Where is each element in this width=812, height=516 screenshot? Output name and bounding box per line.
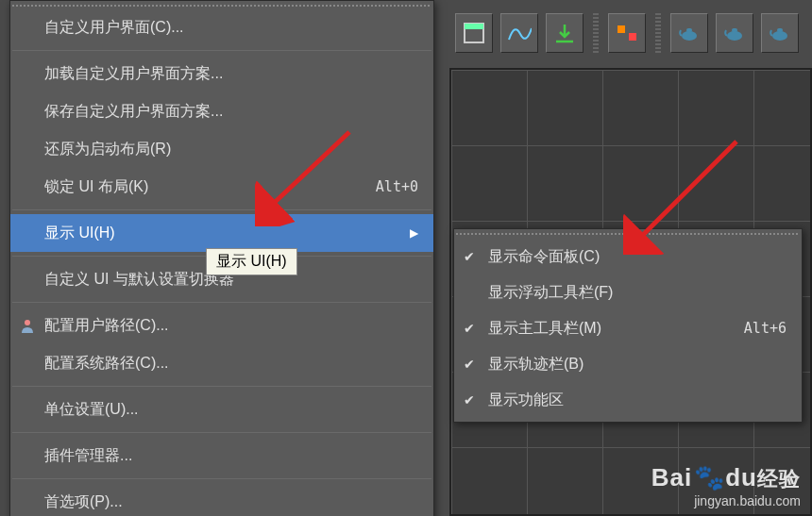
tool-teapot-2-icon[interactable] [716,13,753,53]
menu-system-paths[interactable]: 配置系统路径(C)... [10,344,433,382]
paw-icon: 🐾 [694,463,725,492]
menu-separator [12,209,431,210]
watermark-url: jingyan.baidu.com [651,493,801,508]
menu-separator [12,302,431,303]
sub-label: 显示浮动工具栏(F) [488,283,613,303]
menu-separator [12,432,431,433]
sub-label: 显示功能区 [488,391,564,410]
menu-label: 显示 UI(H) [44,224,115,243]
menu-load-scheme[interactable]: 加载自定义用户界面方案... [10,55,433,92]
menu-label: 加载自定义用户界面方案... [44,64,223,84]
tool-teapot-1-icon[interactable] [670,13,708,53]
svg-point-4 [682,31,697,41]
menu-custom-ui[interactable]: 自定义用户界面(C)... [10,8,433,46]
svg-point-10 [25,320,30,325]
top-toolbar [449,8,804,58]
sub-main-toolbar[interactable]: ✔显示主工具栏(M)Alt+6 [454,310,802,346]
check-icon: ✔ [464,357,479,372]
toolbar-separator [593,13,599,53]
user-icon [18,316,37,335]
svg-rect-5 [686,28,692,32]
tool-curve-icon[interactable] [500,13,538,53]
menu-label: 保存自定义用户界面方案... [44,102,223,122]
sub-track-bar[interactable]: ✔显示轨迹栏(B) [454,346,802,382]
menu-separator [12,50,431,51]
tooltip: 显示 UI(H) [206,248,297,275]
submenu-arrow-icon: ▶ [410,226,418,240]
svg-rect-1 [465,24,483,29]
menu-label: 自定义用户界面(C)... [44,18,184,38]
tool-download-icon[interactable] [546,13,584,53]
menu-label: 配置用户路径(C)... [44,316,169,336]
svg-point-6 [727,31,742,41]
menu-user-paths[interactable]: 配置用户路径(C)... [10,307,433,344]
toolbar-separator [655,13,661,53]
svg-rect-7 [732,28,737,32]
check-icon: ✔ [464,392,479,408]
menu-lock-layout[interactable]: 锁定 UI 布局(K)Alt+0 [10,168,433,206]
menu-units[interactable]: 单位设置(U)... [10,391,433,428]
check-icon: ✔ [464,249,479,264]
menu-show-ui[interactable]: 显示 UI(H)▶ [10,214,433,252]
sub-ribbon[interactable]: ✔显示功能区 [454,382,802,418]
tool-align-icon[interactable] [608,13,646,53]
sub-shortcut: Alt+6 [744,320,787,337]
sub-floating-toolbar[interactable]: 显示浮动工具栏(F) [454,275,802,310]
brand-en: Bai [651,463,692,491]
sub-label: 显示轨迹栏(B) [488,355,584,375]
menu-save-scheme[interactable]: 保存自定义用户界面方案... [10,92,433,130]
sub-command-panel[interactable]: ✔显示命令面板(C) [454,239,802,275]
show-ui-submenu: ✔显示命令面板(C) 显示浮动工具栏(F) ✔显示主工具栏(M)Alt+6 ✔显… [453,228,803,423]
menu-label: 还原为启动布局(R) [44,140,171,159]
menu-shortcut: Alt+0 [376,178,418,195]
svg-rect-2 [617,25,625,33]
tool-window-icon[interactable] [455,13,493,53]
check-icon: ✔ [464,321,479,336]
sub-label: 显示命令面板(C) [488,247,600,267]
brand-cn: 经验 [757,467,801,491]
sub-label: 显示主工具栏(M) [488,319,601,339]
menu-label: 配置系统路径(C)... [44,354,169,374]
svg-rect-3 [629,33,636,41]
menu-plugin-manager[interactable]: 插件管理器... [10,437,433,474]
svg-point-8 [772,31,787,41]
menu-revert-layout[interactable]: 还原为启动布局(R) [10,130,433,168]
brand-mid: du [725,463,757,491]
menu-label: 锁定 UI 布局(K) [44,177,148,197]
menu-label: 单位设置(U)... [44,400,139,420]
watermark-brand: Bai🐾du经验 [651,463,801,493]
tool-teapot-3-icon[interactable] [761,13,799,53]
menu-preferences[interactable]: 首选项(P)... [10,483,433,516]
menu-label: 插件管理器... [44,446,132,466]
watermark: Bai🐾du经验 jingyan.baidu.com [651,463,801,508]
svg-rect-9 [777,28,783,32]
menu-label: 首选项(P)... [44,492,123,512]
menu-separator [12,386,431,387]
menu-separator [12,478,431,479]
